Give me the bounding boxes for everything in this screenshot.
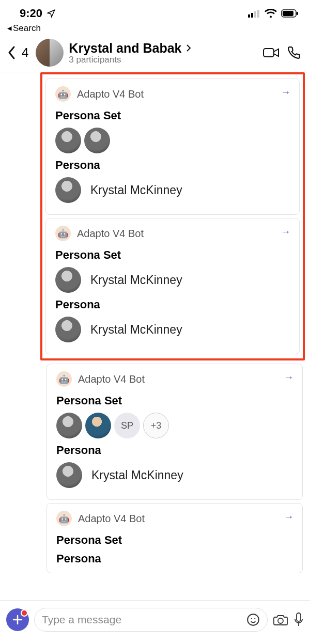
open-arrow-icon[interactable]: → <box>284 511 294 523</box>
svg-rect-2 <box>254 11 256 18</box>
mic-icon[interactable] <box>293 612 304 627</box>
svg-point-10 <box>247 614 259 625</box>
bot-card[interactable]: 🤖 Adapto V4 Bot → Persona Set Persona <box>47 503 303 573</box>
persona-set-label: Persona Set <box>56 394 293 407</box>
persona-set-row[interactable]: Krystal McKinney <box>55 267 290 293</box>
persona-set-label: Persona Set <box>55 248 290 262</box>
composer <box>0 600 310 644</box>
persona-row[interactable]: Krystal McKinney <box>56 462 293 488</box>
persona-row[interactable]: Krystal McKinney <box>55 317 290 342</box>
emoji-icon[interactable] <box>246 613 260 626</box>
avatar[interactable] <box>56 413 82 438</box>
bot-name: Adapto V4 Bot <box>78 513 145 525</box>
battery-icon <box>281 9 299 18</box>
svg-rect-0 <box>248 14 250 18</box>
persona-name: Krystal McKinney <box>91 468 183 482</box>
persona-set-label: Persona Set <box>55 109 290 122</box>
avatar[interactable] <box>84 128 110 153</box>
chat-header: 4 Krystal and Babak 3 participants <box>0 36 310 72</box>
back-app-label: Search <box>13 23 41 34</box>
persona-label: Persona <box>56 552 293 566</box>
persona-name: Krystal McKinney <box>90 323 182 337</box>
audio-call-button[interactable] <box>285 46 303 59</box>
persona-name: Krystal McKinney <box>90 273 182 287</box>
svg-rect-14 <box>297 613 301 621</box>
message-input[interactable] <box>42 614 241 626</box>
bot-name: Adapto V4 Bot <box>77 88 144 100</box>
svg-point-13 <box>278 618 283 623</box>
open-arrow-icon[interactable]: → <box>284 371 294 383</box>
open-arrow-icon[interactable]: → <box>281 226 291 238</box>
persona-label: Persona <box>55 159 290 172</box>
persona-row[interactable]: Krystal McKinney <box>55 177 290 203</box>
wifi-icon <box>265 9 277 18</box>
bot-name: Adapto V4 Bot <box>78 373 145 385</box>
svg-rect-3 <box>257 10 259 18</box>
persona-label: Persona <box>56 444 293 457</box>
messages-list[interactable]: 🤖 Adapto V4 Bot → Persona Set Persona Kr… <box>0 72 310 618</box>
chat-avatar[interactable] <box>36 39 64 67</box>
chat-subtitle: 3 participants <box>69 55 257 65</box>
cell-signal-icon <box>248 9 260 18</box>
back-chevron-icon[interactable] <box>7 45 17 60</box>
chat-title: Krystal and Babak <box>69 41 181 56</box>
back-to-app[interactable]: ◂ Search <box>0 23 310 36</box>
avatar[interactable] <box>85 413 111 438</box>
bot-card[interactable]: 🤖 Adapto V4 Bot → Persona Set Krystal Mc… <box>45 218 300 354</box>
highlight-annotation: 🤖 Adapto V4 Bot → Persona Set Persona Kr… <box>40 72 305 360</box>
persona-label: Persona <box>55 298 290 311</box>
svg-point-12 <box>254 618 255 619</box>
persona-set-label: Persona Set <box>56 533 293 547</box>
persona-set-avatars: SP +3 <box>56 413 293 438</box>
bot-avatar-icon: 🤖 <box>55 226 71 241</box>
bot-name: Adapto V4 Bot <box>77 228 144 240</box>
avatar <box>55 317 81 342</box>
avatar <box>55 267 81 293</box>
bot-card[interactable]: 🤖 Adapto V4 Bot → Persona Set Persona Kr… <box>45 78 300 215</box>
svg-rect-5 <box>283 11 293 16</box>
location-arrow-icon <box>47 9 56 18</box>
initials-avatar[interactable]: SP <box>114 413 140 438</box>
svg-rect-6 <box>297 12 298 15</box>
avatar[interactable] <box>55 128 81 153</box>
svg-rect-1 <box>251 13 253 18</box>
add-button[interactable] <box>6 608 29 631</box>
message-input-wrap[interactable] <box>34 608 268 632</box>
avatar <box>56 462 82 488</box>
camera-icon[interactable] <box>273 613 288 626</box>
persona-name: Krystal McKinney <box>90 183 182 197</box>
back-caret-icon: ◂ <box>7 23 12 34</box>
video-call-button[interactable] <box>262 46 280 59</box>
more-avatars-button[interactable]: +3 <box>143 413 169 438</box>
open-arrow-icon[interactable]: → <box>281 86 291 98</box>
unread-count: 4 <box>22 45 28 60</box>
svg-point-11 <box>251 618 252 619</box>
chevron-right-icon <box>186 44 191 52</box>
bot-card[interactable]: 🤖 Adapto V4 Bot → Persona Set SP +3 Pers… <box>47 364 303 500</box>
avatar <box>55 177 81 203</box>
svg-rect-7 <box>264 49 274 57</box>
chat-title-block[interactable]: Krystal and Babak 3 participants <box>69 41 257 65</box>
status-bar: 9:20 <box>0 0 310 23</box>
status-time: 9:20 <box>20 7 42 20</box>
bot-avatar-icon: 🤖 <box>56 511 72 526</box>
persona-set-avatars <box>55 128 290 153</box>
bot-avatar-icon: 🤖 <box>56 371 72 387</box>
bot-avatar-icon: 🤖 <box>55 86 71 102</box>
